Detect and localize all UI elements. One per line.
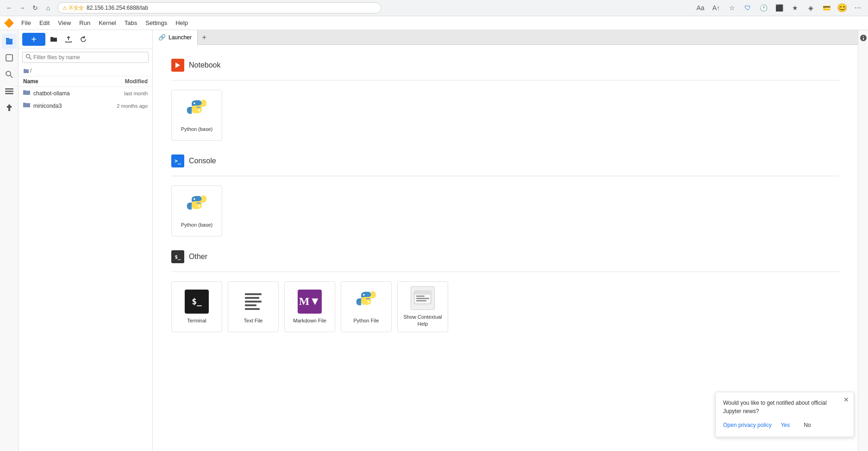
upload-button[interactable] — [62, 33, 75, 46]
sidebar-icon-extensions[interactable] — [2, 100, 17, 115]
browser-chrome: ← → ↻ ⌂ ⚠ 不安全 82.156.136.254:6888/lab Aa… — [0, 0, 868, 16]
help-icon — [411, 286, 435, 310]
address-bar[interactable]: ⚠ 不安全 82.156.136.254:6888/lab — [57, 2, 381, 13]
main-layout: + / Name Modified — [0, 30, 868, 451]
sidebar-icon-files[interactable] — [2, 34, 17, 49]
svg-rect-1 — [6, 55, 12, 61]
markdown-file-card[interactable]: M▼ Markdown File — [284, 281, 335, 332]
svg-point-7 — [26, 55, 30, 58]
svg-rect-4 — [5, 88, 13, 90]
svg-rect-11 — [414, 291, 431, 295]
reload-button[interactable]: ↻ — [30, 2, 41, 13]
menu-file[interactable]: File — [18, 18, 35, 28]
new-launcher-button[interactable]: + — [22, 33, 45, 46]
notebook-divider — [171, 80, 839, 80]
menu-tabs[interactable]: Tabs — [121, 18, 141, 28]
reader-mode-button[interactable]: Aa — [694, 1, 707, 14]
other-section-icon: $_ — [171, 250, 184, 263]
bookmark-button[interactable]: ☆ — [725, 1, 738, 14]
jupyter-logo: 🔶 — [4, 18, 14, 28]
file-panel: + / Name Modified — [19, 30, 153, 451]
menu-edit[interactable]: Edit — [36, 18, 53, 28]
python-file-card[interactable]: Python File — [341, 281, 392, 332]
menu-bar: 🔶 File Edit View Run Kernel Tabs Setting… — [0, 16, 868, 30]
tab-bar: 🔗 Launcher + — [153, 30, 858, 45]
browser-nav-buttons: ← → ↻ ⌂ — [4, 2, 54, 13]
notebook-python-card[interactable]: Python (base) — [171, 90, 222, 141]
collections-button[interactable]: ◈ — [804, 1, 817, 14]
svg-rect-14 — [416, 300, 426, 302]
refresh-button[interactable] — [77, 33, 90, 46]
console-python-card[interactable]: Python (base) — [171, 185, 222, 236]
menu-help[interactable]: Help — [172, 18, 192, 28]
history-button[interactable]: 🕐 — [757, 1, 770, 14]
terminal-icon: $_ — [185, 290, 209, 314]
toast-no-button[interactable]: No — [799, 420, 815, 430]
right-sidebar — [858, 30, 868, 451]
notebook-section-label: Notebook — [189, 61, 221, 69]
more-button[interactable]: ⋯ — [851, 1, 864, 14]
home-button[interactable]: ⌂ — [43, 2, 54, 13]
right-sidebar-settings[interactable] — [859, 34, 868, 42]
toast-privacy-link[interactable]: Open privacy policy — [723, 422, 772, 428]
file-name: chatbot-ollama — [33, 90, 124, 97]
contextual-help-label: Show Contextual Help — [402, 314, 443, 327]
file-name: miniconda3 — [33, 103, 117, 109]
back-button[interactable]: ← — [4, 2, 15, 13]
console-section-header: >_ Console — [171, 154, 839, 167]
menu-view[interactable]: View — [54, 18, 75, 28]
notebook-cards: Python (base) — [171, 90, 839, 141]
breadcrumb-path: / — [30, 68, 31, 74]
menu-kernel[interactable]: Kernel — [95, 18, 120, 28]
menu-run[interactable]: Run — [75, 18, 94, 28]
shield-button[interactable]: 🛡 — [741, 1, 754, 14]
search-bar — [22, 52, 149, 63]
launcher-tab-icon: 🔗 — [158, 34, 166, 41]
contextual-help-card[interactable]: Show Contextual Help — [397, 281, 448, 332]
new-tab-button[interactable]: + — [198, 31, 211, 44]
sidebar-icon-panel — [0, 30, 19, 451]
svg-point-2 — [6, 71, 11, 76]
name-column-header: Name — [23, 78, 125, 85]
folder-icon — [23, 102, 31, 110]
split-view-button[interactable]: ⬛ — [773, 1, 786, 14]
file-row-miniconda[interactable]: miniconda3 2 months ago — [19, 99, 152, 112]
modified-column-header: Modified — [125, 78, 148, 85]
sidebar-icon-search[interactable] — [2, 67, 17, 82]
svg-rect-0 — [6, 39, 12, 43]
breadcrumb: / — [19, 66, 152, 76]
console-cards: Python (base) — [171, 185, 839, 236]
security-warning: ⚠ 不安全 — [62, 5, 84, 12]
sidebar-icon-running[interactable] — [2, 50, 17, 65]
file-list-header[interactable]: Name Modified — [19, 76, 152, 87]
font-size-button[interactable]: A↑ — [710, 1, 723, 14]
terminal-card[interactable]: $_ Terminal — [171, 281, 222, 332]
account-button[interactable]: 😊 — [836, 1, 849, 14]
favorites-button[interactable]: ★ — [788, 1, 801, 14]
text-file-card[interactable]: Text File — [228, 281, 279, 332]
toast-close-button[interactable]: ✕ — [843, 396, 849, 403]
svg-rect-6 — [5, 93, 13, 94]
notebook-section-icon — [171, 59, 184, 72]
console-python-label: Python (base) — [181, 222, 212, 228]
forward-button[interactable]: → — [17, 2, 28, 13]
sidebar-icon-commands[interactable] — [2, 84, 17, 99]
other-divider — [171, 272, 839, 272]
menu-settings[interactable]: Settings — [142, 18, 171, 28]
file-row-chatbot[interactable]: chatbot-ollama last month — [19, 87, 152, 99]
tab-launcher[interactable]: 🔗 Launcher — [153, 30, 198, 45]
textfile-icon — [241, 290, 265, 314]
search-input[interactable] — [33, 54, 145, 61]
wallet-button[interactable]: 💳 — [820, 1, 833, 14]
toast-message: Would you like to get notified about off… — [723, 399, 846, 415]
toast-actions: Open privacy policy Yes No — [723, 420, 846, 430]
python-file-label: Python File — [353, 317, 379, 324]
browser-actions: Aa A↑ ☆ 🛡 🕐 ⬛ ★ ◈ 💳 😊 ⋯ — [694, 1, 864, 14]
toast-yes-button[interactable]: Yes — [776, 420, 795, 430]
new-folder-button[interactable] — [47, 33, 60, 46]
other-section-header: $_ Other — [171, 250, 839, 263]
svg-rect-5 — [5, 91, 13, 92]
svg-rect-13 — [416, 298, 429, 299]
svg-marker-9 — [175, 62, 180, 68]
notebook-python-label: Python (base) — [181, 126, 212, 132]
